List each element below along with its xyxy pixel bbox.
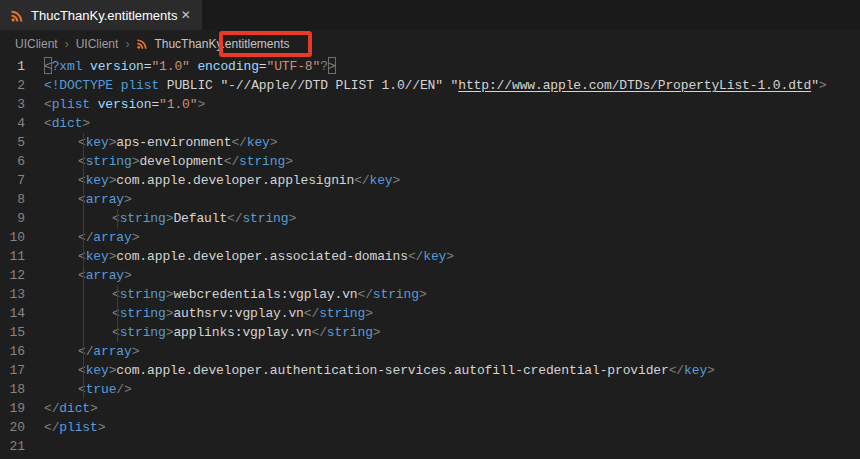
code-line[interactable]: 11<key>com.apple.developer.associated-do… bbox=[0, 247, 860, 266]
code-token: Default bbox=[173, 211, 227, 226]
code-token: "1.0" bbox=[151, 59, 189, 74]
breadcrumb-item-subfolder[interactable]: UIClient bbox=[76, 37, 119, 51]
code-token bbox=[90, 97, 98, 112]
line-number[interactable]: 17 bbox=[0, 361, 44, 380]
line-number[interactable]: 11 bbox=[0, 247, 44, 266]
line-number[interactable]: 4 bbox=[0, 114, 44, 133]
line-number[interactable]: 19 bbox=[0, 399, 44, 418]
line-number[interactable]: 10 bbox=[0, 228, 44, 247]
code-link[interactable]: http://www.apple.com/DTDs/PropertyList-1… bbox=[458, 78, 811, 93]
tab-bar: ThucThanKy.entitlements ✕ bbox=[0, 0, 860, 30]
code-line[interactable]: 21 bbox=[0, 437, 860, 456]
code-token: > bbox=[285, 154, 293, 169]
line-number[interactable]: 7 bbox=[0, 171, 44, 190]
code-line[interactable]: 19</dict> bbox=[0, 399, 860, 418]
code-token: < bbox=[44, 57, 52, 74]
code-line[interactable]: 8<array> bbox=[0, 190, 860, 209]
code-line-content: <key>com.apple.developer.authentication-… bbox=[44, 361, 715, 380]
code-line[interactable]: 20</plist> bbox=[0, 418, 860, 437]
code-line[interactable]: 10</array> bbox=[0, 228, 860, 247]
chevron-right-icon: › bbox=[125, 37, 129, 51]
code-line-content: <key>aps-environment</key> bbox=[44, 133, 277, 152]
code-token: < bbox=[112, 211, 120, 226]
code-line[interactable]: 4<dict> bbox=[0, 114, 860, 133]
code-line[interactable]: 12<array> bbox=[0, 266, 860, 285]
code-token: com.apple.developer.authentication-servi… bbox=[116, 363, 668, 378]
code-token: key bbox=[86, 249, 109, 264]
code-token: key bbox=[684, 363, 707, 378]
line-number[interactable]: 3 bbox=[0, 95, 44, 114]
code-line[interactable]: 7<key>com.apple.developer.applesignin</k… bbox=[0, 171, 860, 190]
code-token: < bbox=[112, 287, 120, 302]
line-number[interactable]: 14 bbox=[0, 304, 44, 323]
code-token: </ bbox=[44, 401, 59, 416]
code-line-content: <string>authsrv:vgplay.vn</string> bbox=[44, 304, 373, 323]
code-token: > bbox=[393, 173, 401, 188]
line-number[interactable]: 12 bbox=[0, 266, 44, 285]
line-number[interactable]: 9 bbox=[0, 209, 44, 228]
code-line[interactable]: 17<key>com.apple.developer.authenticatio… bbox=[0, 361, 860, 380]
code-token: " bbox=[811, 78, 819, 93]
close-icon[interactable]: ✕ bbox=[177, 6, 194, 24]
code-token: aps-environment bbox=[116, 135, 231, 150]
code-line[interactable]: 15<string>applinks:vgplay.vn</string> bbox=[0, 323, 860, 342]
code-token: > bbox=[419, 287, 427, 302]
code-line-content: <array> bbox=[44, 190, 132, 209]
code-token: < bbox=[78, 382, 86, 397]
line-number[interactable]: 16 bbox=[0, 342, 44, 361]
code-token: > bbox=[373, 325, 381, 340]
code-area[interactable]: 1<?xml version="1.0" encoding="UTF-8"?>2… bbox=[0, 57, 860, 456]
code-token: key bbox=[247, 135, 270, 150]
line-number[interactable]: 1 bbox=[0, 57, 44, 76]
code-line[interactable]: 2<!DOCTYPE plist PUBLIC "-//Apple//DTD P… bbox=[0, 76, 860, 95]
code-token: string bbox=[120, 306, 166, 321]
line-number[interactable]: 8 bbox=[0, 190, 44, 209]
code-line[interactable]: 6<string>development</string> bbox=[0, 152, 860, 171]
editor-tab[interactable]: ThucThanKy.entitlements ✕ bbox=[0, 0, 202, 30]
code-token: key bbox=[86, 363, 109, 378]
code-token: true bbox=[86, 382, 117, 397]
code-line[interactable]: 1<?xml version="1.0" encoding="UTF-8"?> bbox=[0, 57, 860, 76]
code-token: > bbox=[707, 363, 715, 378]
code-line-content: <?xml version="1.0" encoding="UTF-8"?> bbox=[44, 57, 336, 76]
code-token: > bbox=[288, 211, 296, 226]
code-line[interactable]: 13<string>webcredentials:vgplay.vn</stri… bbox=[0, 285, 860, 304]
code-line[interactable]: 3<plist version="1.0"> bbox=[0, 95, 860, 114]
line-number[interactable]: 20 bbox=[0, 418, 44, 437]
line-number[interactable]: 5 bbox=[0, 133, 44, 152]
code-line-content: <key>com.apple.developer.applesignin</ke… bbox=[44, 171, 400, 190]
code-line[interactable]: 14<string>authsrv:vgplay.vn</string> bbox=[0, 304, 860, 323]
code-token: > bbox=[124, 268, 132, 283]
code-token: dict bbox=[59, 401, 90, 416]
vscode-window: ThucThanKy.entitlements ✕ UIClient › UIC… bbox=[0, 0, 860, 459]
code-token: array bbox=[86, 268, 124, 283]
code-token: array bbox=[93, 344, 131, 359]
breadcrumb-item-folder[interactable]: UIClient bbox=[15, 37, 58, 51]
code-line-content: <dict> bbox=[44, 114, 90, 133]
code-token: string bbox=[120, 211, 166, 226]
code-token: key bbox=[423, 249, 446, 264]
line-number[interactable]: 15 bbox=[0, 323, 44, 342]
breadcrumb-item-file[interactable]: ThucThanKy.entitlements bbox=[154, 37, 289, 51]
line-number[interactable]: 18 bbox=[0, 380, 44, 399]
code-line-content: </array> bbox=[44, 228, 139, 247]
code-token: </ bbox=[227, 211, 242, 226]
code-token: " bbox=[443, 78, 458, 93]
code-token: plist bbox=[121, 78, 159, 93]
code-line-content: </array> bbox=[44, 342, 139, 361]
code-editor[interactable]: 1<?xml version="1.0" encoding="UTF-8"?>2… bbox=[0, 57, 860, 459]
line-number[interactable]: 2 bbox=[0, 76, 44, 95]
code-line[interactable]: 18<true/> bbox=[0, 380, 860, 399]
code-token: < bbox=[78, 268, 86, 283]
code-line[interactable]: 16</array> bbox=[0, 342, 860, 361]
code-token: webcredentials:vgplay.vn bbox=[173, 287, 357, 302]
code-token: version bbox=[90, 59, 144, 74]
line-number[interactable]: 6 bbox=[0, 152, 44, 171]
code-line[interactable]: 9<string>Default</string> bbox=[0, 209, 860, 228]
xml-file-icon bbox=[10, 8, 25, 23]
code-token: < bbox=[78, 249, 86, 264]
line-number[interactable]: 21 bbox=[0, 437, 44, 456]
code-token: > bbox=[132, 230, 140, 245]
code-line[interactable]: 5<key>aps-environment</key> bbox=[0, 133, 860, 152]
line-number[interactable]: 13 bbox=[0, 285, 44, 304]
